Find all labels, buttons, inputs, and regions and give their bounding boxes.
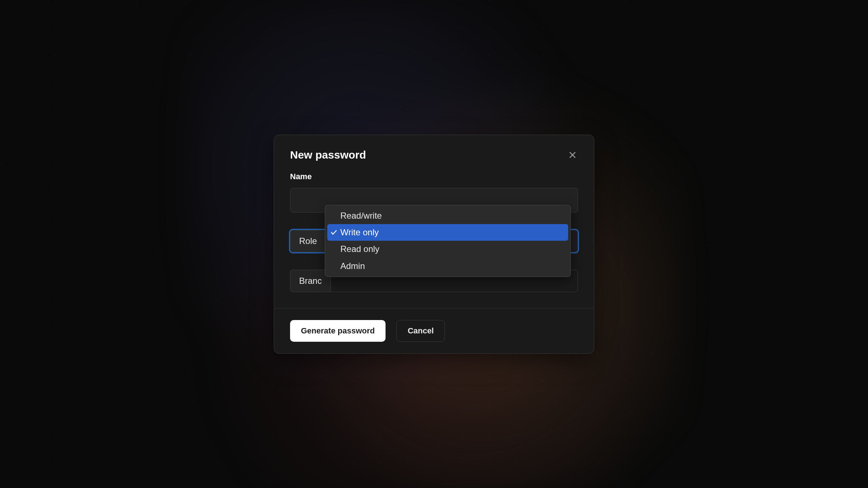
dropdown-option-label: Read/write — [340, 211, 382, 220]
cancel-button[interactable]: Cancel — [396, 320, 445, 342]
dropdown-option-read-only[interactable]: Read only — [327, 241, 568, 257]
dialog-footer: Generate password Cancel — [274, 308, 594, 353]
dialog-title: New password — [290, 149, 366, 161]
role-label: Role — [290, 230, 326, 252]
dropdown-option-label: Write only — [340, 227, 379, 237]
dropdown-option-admin[interactable]: Admin — [327, 258, 568, 274]
dropdown-option-read-write[interactable]: Read/write — [327, 207, 568, 224]
new-password-dialog: New password Name Role Read/write — [274, 135, 594, 354]
dialog-body: Name Role Read/write Write only Read onl… — [274, 172, 594, 308]
dropdown-option-label: Admin — [340, 261, 365, 271]
dropdown-option-label: Read only — [340, 244, 379, 254]
name-label: Name — [290, 172, 578, 181]
check-icon — [330, 229, 337, 236]
generate-password-button[interactable]: Generate password — [290, 320, 386, 342]
role-field-row: Role Read/write Write only Read only — [290, 230, 578, 252]
close-button[interactable] — [567, 150, 578, 160]
dialog-header: New password — [274, 135, 594, 172]
close-icon — [568, 151, 577, 159]
dropdown-option-write-only[interactable]: Write only — [327, 224, 568, 241]
role-dropdown: Read/write Write only Read only Admin — [325, 205, 571, 277]
branch-label: Branc — [290, 270, 331, 292]
